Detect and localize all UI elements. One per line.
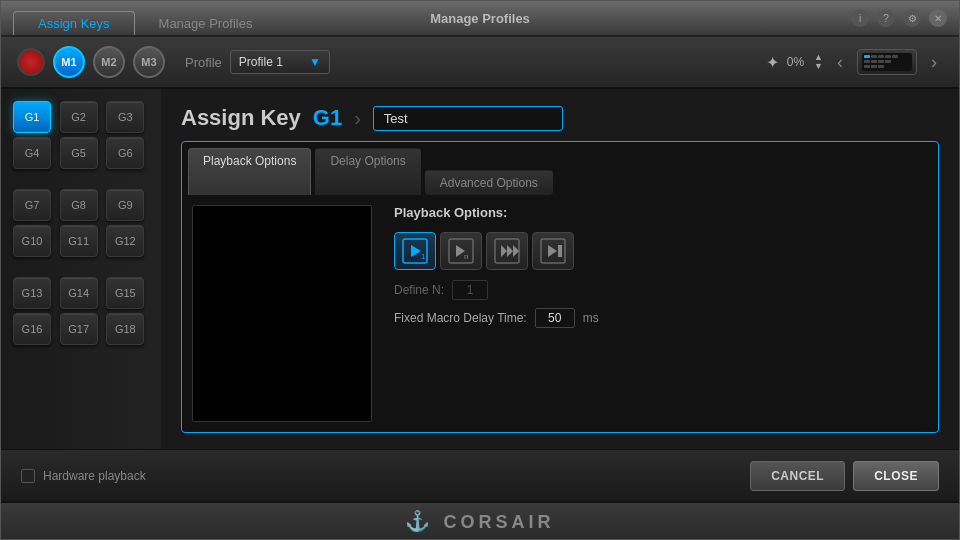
mode-m2-button[interactable]: M2 (93, 46, 125, 78)
key-grid: G1 G2 G3 G4 G5 G6 (13, 101, 149, 169)
play-toggle-icon (539, 237, 567, 265)
svg-marker-11 (548, 245, 557, 257)
fixed-delay-label: Fixed Macro Delay Time: (394, 311, 527, 325)
nav-right-button[interactable]: › (925, 52, 943, 73)
play-n-times-button[interactable]: n (440, 232, 482, 270)
corsair-logo: ⚓ CORSAIR (405, 509, 554, 533)
options-tabs: Playback Options Delay Options Advanced … (182, 142, 938, 195)
assign-key-title: Assign Key (181, 105, 301, 131)
mode-m1-button[interactable]: M1 (53, 46, 85, 78)
play-repeat-button[interactable] (486, 232, 528, 270)
svg-marker-7 (501, 245, 507, 257)
nav-left-button[interactable]: ‹ (831, 52, 849, 73)
checkbox-icon (21, 469, 35, 483)
svg-text:1: 1 (421, 252, 426, 261)
settings-area: Playback Options: 1 (382, 195, 938, 432)
settings-icon[interactable]: ⚙ (903, 9, 921, 27)
svg-marker-1 (411, 245, 421, 257)
svg-marker-8 (507, 245, 513, 257)
footer: ⚓ CORSAIR (1, 501, 959, 539)
brightness-value: 0% (787, 55, 804, 69)
keyboard-icon (857, 49, 917, 75)
mode-m3-button[interactable]: M3 (133, 46, 165, 78)
key-g2[interactable]: G2 (60, 101, 98, 133)
key-g14[interactable]: G14 (60, 277, 98, 309)
playback-section-title: Playback Options: (394, 205, 926, 220)
key-g16[interactable]: G16 (13, 313, 51, 345)
profile-bar: M1 M2 M3 Profile Profile 1 ▼ ✦ 0% ▲ ▼ ‹ (1, 37, 959, 89)
hardware-playback-label: Hardware playback (43, 469, 146, 483)
options-panel: Playback Options Delay Options Advanced … (181, 141, 939, 433)
profile-dropdown[interactable]: Profile 1 ▼ (230, 50, 330, 74)
hardware-playback-checkbox[interactable]: Hardware playback (21, 469, 146, 483)
playback-icons: 1 n (394, 232, 926, 270)
key-g6[interactable]: G6 (106, 137, 144, 169)
tab-advanced-options[interactable]: Advanced Options (425, 170, 553, 195)
tab-assign-keys[interactable]: Assign Keys (13, 11, 135, 35)
key-g9[interactable]: G9 (106, 189, 144, 221)
key-g12[interactable]: G12 (106, 225, 144, 257)
fixed-delay-row: Fixed Macro Delay Time: ms (394, 308, 926, 328)
window-title: Manage Profiles (430, 11, 530, 26)
close-button[interactable]: CLOSE (853, 461, 939, 491)
bottom-buttons: CANCEL CLOSE (750, 461, 939, 491)
play-toggle-button[interactable] (532, 232, 574, 270)
titlebar: Assign Keys Manage Profiles Manage Profi… (1, 1, 959, 37)
assign-header: Assign Key G1 › (181, 105, 939, 131)
profile-label: Profile (185, 55, 222, 70)
titlebar-tabs: Assign Keys Manage Profiles (13, 1, 277, 35)
assign-key-name: G1 (313, 105, 342, 131)
tab-manage-profiles[interactable]: Manage Profiles (135, 12, 277, 35)
tab-playback-options[interactable]: Playback Options (188, 148, 311, 195)
bottom-bar: Hardware playback CANCEL CLOSE (1, 449, 959, 501)
play-repeat-icon (493, 237, 521, 265)
svg-marker-9 (513, 245, 519, 257)
options-content: Playback Options: 1 (182, 195, 938, 432)
titlebar-icon-group: i ? ⚙ ✕ (851, 9, 947, 27)
main-window: Assign Keys Manage Profiles Manage Profi… (0, 0, 960, 540)
play-n-times-icon: n (447, 237, 475, 265)
play-once-button[interactable]: 1 (394, 232, 436, 270)
key-g1[interactable]: G1 (13, 101, 51, 133)
right-panel: Assign Key G1 › Playback Options Delay O… (161, 89, 959, 449)
dropdown-arrow-icon: ▼ (309, 55, 321, 69)
key-g3[interactable]: G3 (106, 101, 144, 133)
key-g18[interactable]: G18 (106, 313, 144, 345)
define-n-label: Define N: (394, 283, 444, 297)
delay-unit-label: ms (583, 311, 599, 325)
key-g13[interactable]: G13 (13, 277, 51, 309)
key-sidebar: G1 G2 G3 G4 G5 G6 G7 G8 G9 G10 G11 G12 G… (1, 89, 161, 449)
tab-delay-options[interactable]: Delay Options (315, 148, 420, 195)
key-g17[interactable]: G17 (60, 313, 98, 345)
key-g11[interactable]: G11 (60, 225, 98, 257)
help-icon[interactable]: ? (877, 9, 895, 27)
brightness-icon: ✦ (766, 53, 779, 72)
assign-arrow-icon: › (354, 107, 361, 130)
assign-key-input[interactable] (373, 106, 563, 131)
record-button[interactable] (17, 48, 45, 76)
key-grid-3: G13 G14 G15 G16 G17 G18 (13, 277, 149, 345)
svg-text:n: n (464, 252, 468, 261)
brightness-stepper[interactable]: ▲ ▼ (814, 53, 823, 71)
key-g5[interactable]: G5 (60, 137, 98, 169)
key-g7[interactable]: G7 (13, 189, 51, 221)
svg-rect-12 (558, 245, 562, 257)
main-content: G1 G2 G3 G4 G5 G6 G7 G8 G9 G10 G11 G12 G… (1, 89, 959, 449)
fixed-delay-input[interactable] (535, 308, 575, 328)
key-grid-2: G7 G8 G9 G10 G11 G12 (13, 189, 149, 257)
macro-record-area (192, 205, 372, 422)
define-n-row: Define N: (394, 280, 926, 300)
key-g4[interactable]: G4 (13, 137, 51, 169)
play-once-icon: 1 (401, 237, 429, 265)
key-g8[interactable]: G8 (60, 189, 98, 221)
key-g10[interactable]: G10 (13, 225, 51, 257)
define-n-input[interactable] (452, 280, 488, 300)
cancel-button[interactable]: CANCEL (750, 461, 845, 491)
close-icon[interactable]: ✕ (929, 9, 947, 27)
info-icon[interactable]: i (851, 9, 869, 27)
key-g15[interactable]: G15 (106, 277, 144, 309)
